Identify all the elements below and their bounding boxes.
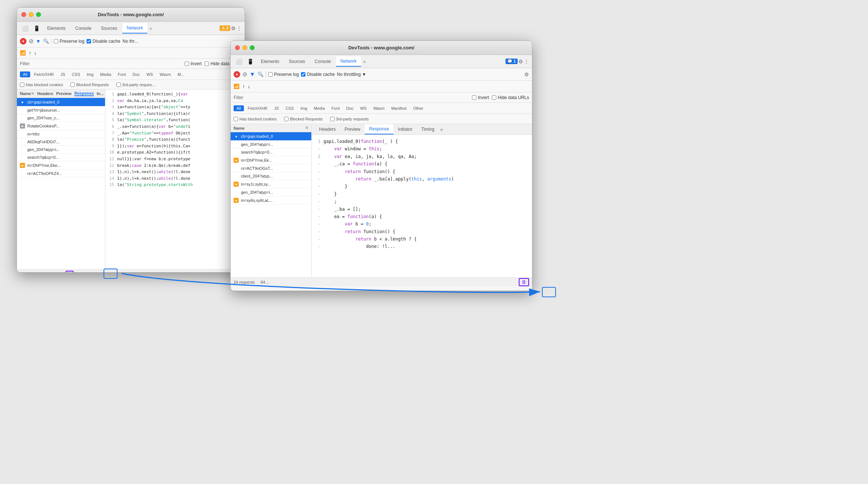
preserve-log-checkbox-2[interactable]: Preserve log <box>268 72 299 77</box>
filter-img-1[interactable]: Img <box>84 71 97 77</box>
record-button-1[interactable]: ● <box>20 38 27 45</box>
tab-sources-2[interactable]: Sources <box>284 57 309 66</box>
clear-button-1[interactable]: ⊘ <box>29 38 34 45</box>
invert-input-2[interactable] <box>472 95 476 100</box>
pretty-print-btn-1[interactable]: {} <box>66 271 74 273</box>
request-item-1-9[interactable]: ■ m=DhPYme,Eke... <box>17 161 105 170</box>
record-button-2[interactable]: ● <box>234 71 240 78</box>
preserve-log-input-1[interactable] <box>54 39 58 43</box>
maximize-button-1[interactable] <box>36 12 41 17</box>
wifi-icon-1[interactable]: 📶 <box>20 50 26 56</box>
pretty-print-btn-2[interactable]: {} <box>519 278 529 286</box>
blocked-cookies-input-2[interactable] <box>234 117 238 121</box>
request-item-1-8[interactable]: search?q&cp=0... <box>17 154 105 161</box>
request-item-2-3[interactable]: search?q&cp=0... <box>231 148 311 156</box>
close-button-1[interactable] <box>21 12 26 17</box>
disable-cache-checkbox-2[interactable]: Disable cache <box>301 72 335 77</box>
more-icon-2[interactable]: ⋮ <box>524 59 529 64</box>
tab-initiator-2[interactable]: Initiator <box>393 124 417 134</box>
invert-input-1[interactable] <box>185 62 189 66</box>
blocked-requests-2[interactable]: Blocked Requests <box>284 117 323 121</box>
request-item-2-2[interactable]: gen_204?atyp=i... <box>231 141 311 148</box>
download-icon-2[interactable]: ↓ <box>248 84 251 89</box>
tab-elements-2[interactable]: Elements <box>256 57 284 66</box>
filter-doc-2[interactable]: Doc <box>343 105 357 111</box>
filter-ws-2[interactable]: WS <box>357 105 370 111</box>
blocked-requests-1[interactable]: Blocked Requests <box>70 83 109 87</box>
filter-other-2[interactable]: Other <box>410 105 426 111</box>
filter-js-1[interactable]: JS <box>57 71 68 77</box>
request-item-1-7[interactable]: gen_204?atyp=i... <box>17 146 105 154</box>
request-item-2-8[interactable]: gen_204?atyp=i... <box>231 189 311 196</box>
tab-elements-1[interactable]: Elements <box>43 24 70 33</box>
request-item-2-7[interactable]: ■ m=sy1r,sybt,sy... <box>231 180 311 189</box>
upload-icon-2[interactable]: ↑ <box>242 84 245 89</box>
tab-console-1[interactable]: Console <box>71 24 96 33</box>
request-item-2-9[interactable]: ■ m=sy6s,sy6t,aL... <box>231 196 311 205</box>
hide-urls-input-2[interactable] <box>492 95 496 100</box>
request-item-1-4[interactable]: ■ RotateCookiesP... <box>17 122 105 130</box>
search-icon-2[interactable]: 🔍 <box>258 71 263 77</box>
blocked-requests-input-2[interactable] <box>284 117 288 121</box>
search-icon-1[interactable]: 🔍 <box>43 38 49 44</box>
close-button-2[interactable] <box>235 45 240 50</box>
request-item-2-4[interactable]: ■ m=DhPYme,Ek... <box>231 156 311 165</box>
tab-preview-2[interactable]: Preview <box>340 124 365 134</box>
inspector-icon-2[interactable]: ⬜ <box>234 57 244 66</box>
preserve-log-checkbox-1[interactable]: Preserve log <box>54 39 84 44</box>
device-icon[interactable]: 📱 <box>31 24 42 33</box>
request-item-1-6[interactable]: A6DkqFxHDGl7... <box>17 138 105 146</box>
network-settings-icon-2[interactable]: ⚙ <box>524 71 529 77</box>
filter-xhr-2[interactable]: Fetch/XHR <box>245 105 270 111</box>
third-party-input-1[interactable] <box>116 83 121 87</box>
request-item-1-5[interactable]: m=hfcr <box>17 130 105 138</box>
filter-media-1[interactable]: Media <box>97 71 114 77</box>
invert-checkbox-2[interactable]: Invert <box>472 95 489 100</box>
device-icon-2[interactable]: 📱 <box>245 57 256 66</box>
blocked-cookies-2[interactable]: Has blocked cookies <box>234 117 277 121</box>
filter-doc-1[interactable]: Doc <box>130 71 143 77</box>
filter-css-1[interactable]: CSS <box>69 71 83 77</box>
preserve-log-input-2[interactable] <box>268 72 273 77</box>
wifi-icon-2[interactable]: 📶 <box>234 84 239 89</box>
tab-headers-2[interactable]: Headers <box>315 124 340 134</box>
tab-network-2[interactable]: Network <box>336 56 361 67</box>
more-tabs-2[interactable]: » <box>362 58 367 65</box>
headers-col-1[interactable]: Headers <box>37 91 53 96</box>
minimize-button-2[interactable] <box>242 45 247 50</box>
response-col-1[interactable]: Response <box>74 91 94 96</box>
filter-img-2[interactable]: Img <box>298 105 310 111</box>
upload-icon-1[interactable]: ↑ <box>29 50 31 56</box>
close-col-1[interactable]: ✕ <box>31 91 34 96</box>
disable-cache-checkbox-1[interactable]: Disable cache <box>87 39 120 44</box>
filter-all-2[interactable]: All <box>234 105 244 111</box>
request-item-1-2[interactable]: get?rt=j&sourcei... <box>17 106 105 114</box>
filter-icon-1[interactable]: ▼ <box>36 38 41 44</box>
filter-manifest-2[interactable]: Manifest <box>388 105 410 111</box>
minimize-button-1[interactable] <box>29 12 34 17</box>
request-item-1-1[interactable]: ■ cb=gapi.loaded_0 <box>17 98 105 106</box>
close-col-2[interactable]: ✕ <box>305 126 308 130</box>
more-tabs-1[interactable]: » <box>148 25 153 32</box>
tab-network-1[interactable]: Network <box>122 23 147 34</box>
more-icon-1[interactable]: ⋮ <box>237 25 242 31</box>
throttle-dropdown-1[interactable]: No thr... <box>123 39 138 44</box>
disable-cache-input-1[interactable] <box>87 39 91 43</box>
maximize-button-2[interactable] <box>250 45 255 50</box>
hide-urls-input-1[interactable] <box>204 62 209 66</box>
invert-checkbox-1[interactable]: Invert <box>185 61 202 66</box>
filter-all-1[interactable]: All <box>20 71 30 77</box>
tab-sources-1[interactable]: Sources <box>97 24 122 33</box>
filter-media-2[interactable]: Media <box>311 105 328 111</box>
tab-timing-2[interactable]: Timing <box>417 124 439 134</box>
filter-wasm-1[interactable]: Wasm <box>157 71 174 77</box>
request-item-1-10[interactable]: rs=ACT9oOFKZ4... <box>17 170 105 178</box>
throttle-dropdown-2[interactable]: No throttling ▼ <box>337 72 367 77</box>
filter-js-2[interactable]: JS <box>271 105 282 111</box>
more-response-tabs-2[interactable]: » <box>439 124 444 134</box>
blocked-cookies-input-1[interactable] <box>20 83 24 87</box>
filter-wasm-2[interactable]: Wasm <box>370 105 388 111</box>
inspector-icon[interactable]: ⬜ <box>20 24 31 33</box>
download-icon-1[interactable]: ↓ <box>34 50 37 56</box>
in-col-1[interactable]: In... <box>97 91 104 96</box>
